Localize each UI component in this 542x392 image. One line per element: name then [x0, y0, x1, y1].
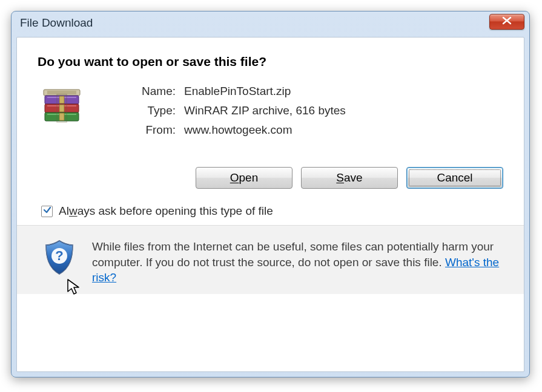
- svg-text:?: ?: [55, 248, 63, 263]
- type-value: WinRAR ZIP archive, 616 bytes: [184, 104, 503, 117]
- cancel-button[interactable]: Cancel: [406, 167, 503, 189]
- titlebar[interactable]: File Download: [12, 11, 529, 34]
- file-info-block: Name: EnablePinToStart.zip Type: WinRAR …: [38, 85, 503, 143]
- dialog-heading: Do you want to open or save this file?: [38, 54, 503, 69]
- svg-rect-4: [59, 96, 64, 103]
- window-title: File Download: [20, 16, 93, 30]
- svg-rect-7: [59, 105, 64, 112]
- open-button[interactable]: Open: [196, 167, 292, 189]
- warning-text: While files from the Internet can be use…: [92, 239, 503, 286]
- check-icon: [43, 206, 51, 217]
- client-area: Do you want to open or save this file?: [16, 37, 524, 372]
- close-icon: [501, 16, 512, 27]
- type-label: Type:: [132, 104, 184, 117]
- from-value: www.howtogeek.com: [184, 123, 503, 137]
- close-button[interactable]: [489, 14, 524, 30]
- content-top: Do you want to open or save this file?: [17, 38, 524, 154]
- file-type-row: Type: WinRAR ZIP archive, 616 bytes: [132, 104, 503, 117]
- file-download-dialog: File Download Do you want to open or sav…: [11, 11, 530, 377]
- button-row: Open Save Cancel: [17, 154, 524, 202]
- from-label: From:: [132, 123, 184, 137]
- save-button[interactable]: Save: [301, 167, 398, 189]
- file-info-table: Name: EnablePinToStart.zip Type: WinRAR …: [132, 85, 503, 143]
- always-ask-row: Always ask before opening this type of f…: [17, 202, 524, 226]
- svg-rect-1: [47, 91, 76, 94]
- name-label: Name:: [132, 85, 184, 98]
- archive-icon: [41, 86, 84, 128]
- warning-panel: ? While files from the Internet can be u…: [17, 226, 524, 294]
- file-from-row: From: www.howtogeek.com: [132, 123, 503, 137]
- always-ask-checkbox[interactable]: [41, 206, 53, 217]
- file-name-row: Name: EnablePinToStart.zip: [132, 85, 503, 98]
- name-value: EnablePinToStart.zip: [184, 85, 503, 98]
- svg-rect-10: [59, 113, 64, 120]
- warning-body: While files from the Internet can be use…: [92, 240, 494, 269]
- always-ask-label[interactable]: Always ask before opening this type of f…: [59, 204, 273, 218]
- shield-icon: ?: [42, 239, 76, 276]
